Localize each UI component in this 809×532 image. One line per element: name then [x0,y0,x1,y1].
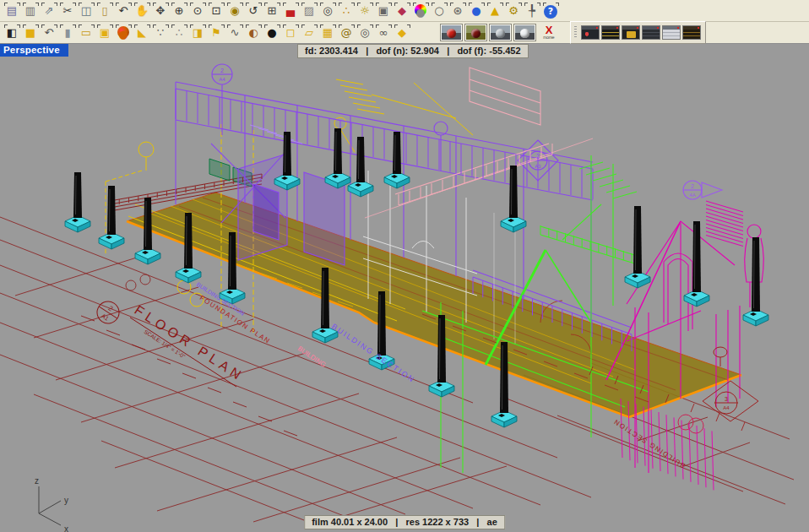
icon-glyph: ▮ [60,24,76,41]
print-icon[interactable]: ▥ [22,2,40,19]
palette-render-window[interactable] [581,25,600,40]
light-icon[interactable]: ☼ [356,2,374,19]
view-previous-icon[interactable]: ↺ [245,2,263,19]
group-boxes-icon[interactable]: ◨ [189,24,207,41]
icon-glyph: ○ [432,3,448,19]
undo-edit-icon[interactable]: ↶ [41,24,58,41]
open-box-icon[interactable]: ◻ [282,24,300,41]
icon-glyph: ▯ [97,3,113,19]
icon-glyph: ∵ [153,24,169,41]
export-page-icon[interactable]: ⇗ [41,2,58,19]
cut-icon[interactable]: ✂ [59,2,77,19]
palette-script-editor[interactable] [682,25,701,40]
shield-icon[interactable]: ◆ [394,2,411,19]
viewport-perspective[interactable]: FLOOR PLAN SCALE: 1/4" = 1'-0" FOUNDATIO… [0,44,809,532]
palette-dialog[interactable] [662,25,681,40]
gears-icon[interactable]: ⚙ [505,2,523,19]
palette-attributes[interactable] [642,25,660,40]
cube-icon[interactable]: ▣ [96,24,114,41]
icon-glyph: ▄ [283,3,299,19]
grid-plane-icon[interactable]: ▦ [319,24,337,41]
sphere-shaded-icon[interactable]: ● [468,2,486,19]
svg-text:A3: A3 [535,164,541,169]
cone-icon[interactable]: ▲ [486,2,504,19]
camera-car-icon[interactable]: ▄ [282,2,300,19]
icon-glyph: ▭ [79,24,95,41]
building-label: BUILDING [296,345,327,369]
save-icon[interactable]: ▤ [3,2,21,19]
solid-box-icon[interactable]: ■ [22,24,40,41]
icon-glyph: ↶ [41,24,57,41]
copy-icon[interactable]: ◫ [78,2,95,19]
color-wheel-icon[interactable]: ● [412,2,430,19]
pan-hand-icon[interactable]: ✋ [133,2,151,19]
paste-icon[interactable]: ▯ [96,2,114,19]
material-preview-gray-sphere[interactable] [489,24,512,41]
rgb-ball-icon[interactable]: ● [115,24,133,41]
icon-glyph: ◧ [4,24,20,41]
material-spheres-icon[interactable]: ◐ [245,24,263,41]
black-sphere-icon[interactable]: ● [263,24,281,41]
icon-glyph: ⊛ [450,3,466,19]
icon-glyph: ● [469,3,485,19]
zoom-extents-icon[interactable]: ◉ [226,2,244,19]
icon-glyph: ▣ [97,24,113,41]
hierarchy-icon[interactable]: ╄ [524,2,541,19]
column-post [684,221,709,307]
spiral-icon[interactable]: @ [338,24,356,41]
icon-glyph: ▥ [23,3,39,19]
sphere-hidden-line-icon[interactable]: ⊛ [449,2,467,19]
icon-glyph: ● [264,24,280,41]
icon-glyph: ∞ [376,24,392,41]
walkthrough-map-icon[interactable]: ▨ [301,2,318,19]
viewport-layout-icon[interactable]: ⊞ [263,2,281,19]
film-meter-icon[interactable]: ▭ [78,24,95,41]
palette-console[interactable] [601,25,620,40]
spray-can-icon[interactable]: ▮ [59,24,77,41]
palette-project-folder[interactable] [622,25,640,40]
icon-glyph: ▲ [487,3,503,19]
toolbar-secondary: ◧■↶▮▭▣●◣∵∴◨⚑∿◐●◻▱▦@◎∞◆ X none [0,22,809,44]
undo-icon[interactable]: ↶ [115,2,133,19]
zoom-in-icon[interactable]: ⊕ [171,2,188,19]
icon-glyph: ▱ [301,24,318,41]
diamond-icon[interactable]: ◆ [394,24,411,41]
scatter-icon[interactable]: ∴ [171,24,188,41]
plane-icon[interactable]: ▱ [301,24,318,41]
project-nodes-icon[interactable]: ∴ [338,2,356,19]
icon-glyph: ◎ [320,3,336,19]
wedge-icon[interactable]: ◣ [133,24,151,41]
curve-points-icon[interactable]: ∿ [226,24,244,41]
icon-glyph: ▤ [4,3,20,19]
texture-none-button[interactable]: X none [538,24,560,42]
orbit-icon[interactable]: ✥ [152,2,170,19]
material-preview-white-sphere[interactable] [513,24,536,41]
icon-glyph: ⇗ [41,3,57,19]
particles-icon[interactable]: ∵ [152,24,170,41]
zoom-dynamic-icon[interactable]: ⊙ [189,2,207,19]
chain-link-icon[interactable]: ∞ [375,24,393,41]
target-icon[interactable]: ◎ [319,2,337,19]
icon-glyph: ▨ [301,3,318,19]
palette-toolbar [570,21,706,44]
icon-glyph: ● [117,26,129,38]
icon-glyph: ☼ [357,3,373,19]
icon-glyph: ✥ [153,3,169,19]
icon-glyph: ✂ [60,3,76,19]
film-reel-icon[interactable]: ◎ [356,24,374,41]
icon-glyph: ∴ [339,3,355,19]
zoom-window-icon[interactable]: ⊡ [208,2,225,19]
axis-x-label: x [64,524,68,532]
lock-icon[interactable]: ▣ [375,2,393,19]
flag-icon[interactable]: ⚑ [208,24,225,41]
viewport-title[interactable]: Perspective [0,44,68,57]
help-icon[interactable]: ? [542,2,560,19]
callout-floor-plan: 2 A1 [93,297,123,328]
toolbar-grip-icon[interactable] [574,26,577,39]
material-preview-red-sphere[interactable] [440,24,463,41]
sphere-wireframe-icon[interactable]: ○ [431,2,448,19]
material-preview-maroon-sphere[interactable] [464,24,487,41]
contrast-square-icon[interactable]: ◧ [3,24,21,41]
icon-glyph: ◨ [190,24,206,41]
material-ball [520,29,529,38]
